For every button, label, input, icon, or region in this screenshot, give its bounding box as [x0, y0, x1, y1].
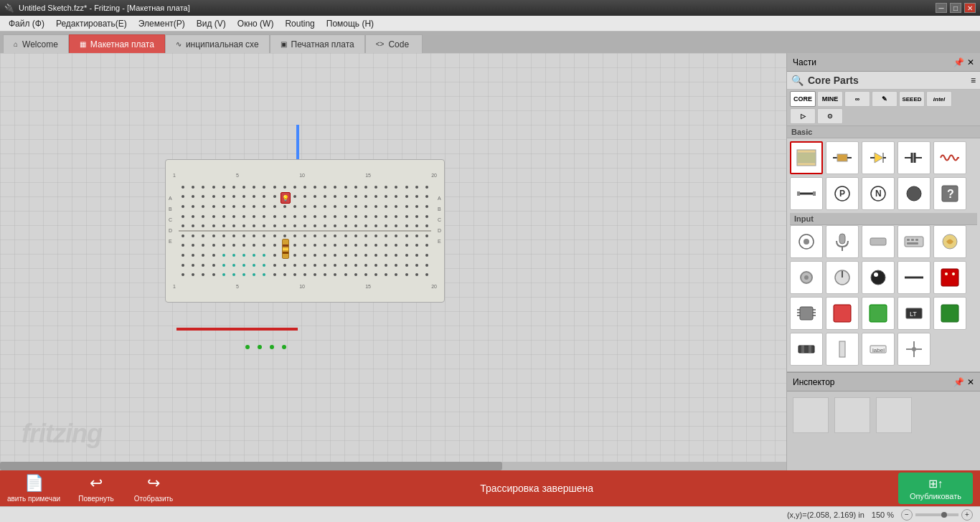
tab-welcome-label: Welcome [22, 39, 58, 49]
svg-rect-64 [801, 346, 804, 353]
menu-view[interactable]: Вид (V) [191, 17, 232, 30]
part-gear[interactable] [790, 261, 823, 294]
part-mic[interactable] [826, 225, 859, 258]
part-label[interactable]: label [862, 333, 895, 366]
part-sensor[interactable] [933, 225, 966, 258]
menu-element[interactable]: Элемент(Р) [133, 17, 191, 30]
part-resistor[interactable] [826, 141, 859, 174]
brand-tab-play[interactable]: ▷ [790, 108, 816, 124]
publish-button[interactable]: ⊞↑ Опубликовать [898, 473, 973, 504]
zoom-percent: 150 % [872, 511, 894, 519]
tab-schematic[interactable]: ∿ инципиальная схе [165, 34, 270, 53]
part-i-shape[interactable] [826, 333, 859, 366]
menu-routing[interactable]: Routing [279, 17, 320, 30]
svg-rect-63 [798, 346, 814, 353]
parts-close-icon[interactable]: ✕ [967, 57, 974, 67]
brand-tab-intel[interactable]: intel [926, 91, 952, 107]
part-connector[interactable] [790, 333, 823, 366]
tab-schematic-icon: ∿ [176, 40, 182, 48]
svg-point-45 [871, 270, 885, 285]
part-line[interactable] [897, 261, 930, 294]
minimize-button[interactable]: ─ [936, 3, 947, 13]
reflect-icon: ↪ [147, 474, 160, 493]
inspector-box-1 [793, 397, 829, 433]
menu-file[interactable]: Файл (Ф) [3, 17, 50, 30]
part-led[interactable] [862, 141, 895, 174]
app-icon: 🔌 [4, 4, 14, 13]
svg-point-27 [907, 186, 921, 201]
rotate-button[interactable]: ↩ Повернуть [75, 474, 118, 503]
part-green-chip[interactable] [862, 297, 895, 330]
part-chip[interactable] [790, 297, 823, 330]
brand-tab-mine[interactable]: MINE [817, 91, 843, 107]
part-ball[interactable] [862, 261, 895, 294]
zoom-slider[interactable] [915, 513, 958, 516]
svg-text:LT: LT [910, 310, 917, 318]
part-nmos[interactable]: N [862, 177, 895, 210]
parts-row-6: label [790, 333, 977, 366]
brand-tab-circle[interactable]: ⊙ [817, 108, 843, 124]
part-dial[interactable] [826, 261, 859, 294]
titlebar-title: Untitled Sketch.fzz* - Fritzing - [Макет… [19, 4, 190, 12]
menu-window[interactable]: Окно (W) [232, 17, 280, 30]
part-red-chip[interactable] [826, 297, 859, 330]
close-button[interactable]: ✕ [964, 3, 976, 13]
parts-collapse-icon[interactable]: ≡ [971, 75, 976, 85]
part-breadboard[interactable] [790, 141, 823, 174]
tab-pcb-icon: ▣ [281, 40, 287, 48]
tab-schematic-label: инципиальная схе [186, 39, 259, 49]
svg-text:?: ? [947, 188, 954, 200]
menu-edit[interactable]: Редактировать(Е) [50, 17, 133, 30]
inspector-title: Инспектор [793, 377, 835, 387]
inspector-pin-icon[interactable]: 📌 [953, 377, 964, 387]
tab-code[interactable]: <> Code [365, 34, 423, 53]
part-wire[interactable] [790, 177, 823, 210]
part-power[interactable]: P [826, 177, 859, 210]
zoom-thumb[interactable] [941, 512, 947, 518]
part-cross[interactable] [897, 333, 930, 366]
part-keyboard[interactable] [897, 225, 930, 258]
input-section-label: Input [790, 213, 977, 225]
horizontal-scrollbar[interactable] [0, 462, 786, 470]
tab-welcome[interactable]: ⌂ Welcome [3, 34, 69, 53]
parts-pin-icon[interactable]: 📌 [953, 57, 964, 67]
scrollbar-thumb[interactable] [0, 462, 502, 470]
svg-point-46 [874, 272, 878, 277]
part-speaker[interactable] [897, 177, 930, 210]
menu-help[interactable]: Помощь (Н) [321, 17, 380, 30]
part-motor[interactable] [790, 225, 823, 258]
brand-tab-pen[interactable]: ✎ [872, 91, 897, 107]
parts-search-bar: 🔍 Core Parts ≡ [787, 72, 980, 90]
svg-rect-34 [870, 238, 886, 245]
part-switch[interactable] [862, 225, 895, 258]
inspector-panel: Инспектор 📌 ✕ [787, 372, 980, 470]
svg-rect-62 [941, 305, 958, 322]
brand-tab-core[interactable]: CORE [790, 91, 816, 107]
maximize-button[interactable]: □ [950, 3, 961, 13]
part-green-board[interactable] [933, 297, 966, 330]
brand-tab-infinity[interactable]: ∞ [844, 91, 870, 107]
zoom-out-button[interactable]: − [901, 509, 913, 521]
tab-breadboard[interactable]: ▦ Макетная плата [69, 34, 165, 53]
parts-row-1 [790, 141, 977, 174]
part-red-board[interactable] [933, 261, 966, 294]
add-note-icon: 📄 [24, 474, 44, 493]
part-unknown[interactable]: ? [933, 177, 966, 210]
svg-point-42 [804, 275, 809, 280]
fritzing-watermark: fritzing [22, 419, 102, 449]
zoom-in-button[interactable]: + [961, 509, 973, 521]
part-inductor[interactable] [933, 141, 966, 174]
svg-rect-21 [797, 191, 800, 196]
category-label: Basic [787, 126, 980, 138]
brand-tab-seeed[interactable]: SEEED [899, 91, 925, 107]
right-panel: Части 📌 ✕ 🔍 Core Parts ≡ CORE MINE ∞ ✎ S… [786, 53, 980, 470]
add-note-button[interactable]: 📄 авить примечаи [7, 474, 60, 503]
part-sensor2[interactable]: LT [897, 297, 930, 330]
search-icon: 🔍 [791, 75, 804, 86]
canvas-area[interactable]: 15101520 ABCDE ABCDE // Will be rendered… [0, 53, 786, 470]
tab-pcb[interactable]: ▣ Печатная плата [270, 34, 365, 53]
inspector-close-icon[interactable]: ✕ [967, 377, 974, 387]
reflect-button[interactable]: ↪ Отобразить [132, 474, 175, 503]
status-text: Трассировка завершена [189, 483, 884, 494]
part-capacitor[interactable] [897, 141, 930, 174]
